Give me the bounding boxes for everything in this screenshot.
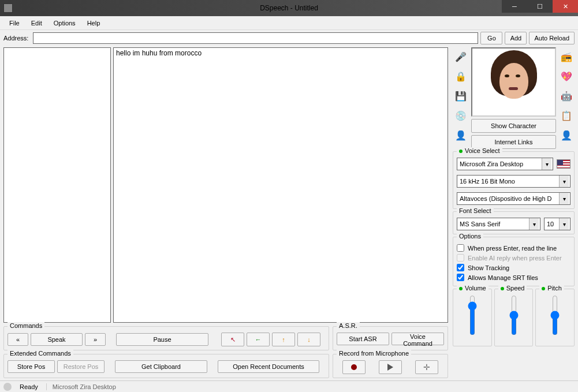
menu-bar: File Edit Options Help — [0, 16, 578, 30]
menu-file[interactable]: File — [3, 18, 25, 28]
show-character-button[interactable]: Show Character — [471, 119, 556, 133]
arrow-down-icon: ↓ — [307, 336, 311, 343]
volume-slider[interactable] — [467, 295, 478, 335]
format-select[interactable]: 16 kHz 16 Bit Mono — [457, 175, 570, 188]
voice-select[interactable]: Microsoft Zira Desktop — [457, 158, 553, 170]
arrow-upleft-button[interactable]: ↖ — [221, 333, 244, 346]
font-size-select[interactable]: 10 — [544, 218, 570, 230]
status-voice: Microsoft Zira Desktop — [46, 383, 116, 390]
pitch-legend: Pitch — [539, 285, 564, 292]
arrow-down-button[interactable]: ↓ — [297, 333, 320, 346]
menu-edit[interactable]: Edit — [25, 18, 48, 28]
arrow-up-icon: ↑ — [282, 336, 285, 343]
restore-pos-button: Restore Pos — [57, 360, 105, 373]
option-enter-read-checkbox[interactable] — [457, 244, 464, 252]
close-button[interactable]: ✕ — [553, 0, 578, 13]
get-clipboard-button[interactable]: Get Clipboard — [115, 360, 207, 373]
record-button[interactable] — [342, 360, 366, 374]
font-select-legend: Font Select — [457, 207, 494, 214]
status-ready: Ready — [20, 383, 38, 390]
speak-button[interactable]: Speak — [31, 333, 83, 346]
arrow-up-button[interactable]: ↑ — [272, 333, 295, 346]
record-legend: Record from Microphone — [337, 350, 411, 357]
device-select[interactable]: Altavoces (Dispositivo de High D — [457, 192, 570, 205]
prev-button[interactable]: « — [8, 333, 28, 346]
extended-commands-legend: Extended Commands — [8, 350, 73, 357]
option-show-tracking[interactable]: Show Tracking — [457, 263, 570, 272]
radio-icon[interactable]: 📻 — [560, 50, 573, 64]
auto-reload-button[interactable]: Auto Reload — [529, 32, 575, 44]
pause-button[interactable]: Pause — [116, 333, 208, 346]
voice-select-legend: Voice Select — [457, 147, 502, 154]
option-enter-read[interactable]: When press Enter, read the line — [457, 243, 570, 253]
tree-pane[interactable] — [3, 47, 111, 323]
open-recent-button[interactable]: Open Recent Documents — [218, 360, 319, 373]
next-button[interactable]: » — [85, 333, 106, 346]
address-label: Address: — [3, 35, 28, 42]
robot-icon[interactable]: 🤖 — [560, 89, 573, 103]
options-legend: Options — [457, 233, 483, 240]
arrow-left-icon: ← — [255, 336, 262, 343]
flag-us-icon — [557, 159, 570, 169]
pitch-slider[interactable] — [549, 295, 561, 335]
record-add-button[interactable]: ✛ — [415, 360, 438, 374]
start-asr-button[interactable]: Start ASR — [337, 333, 389, 345]
save-disk-icon[interactable]: 💾 — [454, 89, 468, 103]
plus-icon: ✛ — [423, 363, 430, 372]
avatar2-icon[interactable]: 👤 — [560, 128, 573, 142]
option-ai-reply-checkbox — [457, 254, 464, 262]
option-ai-reply: Enable AI reply when press Enter — [457, 253, 570, 263]
option-manage-srt[interactable]: Allows Manage SRT files — [457, 272, 570, 282]
text-editor[interactable]: hello im huhu from morocco — [113, 47, 448, 323]
title-bar: DSpeech - Untitled ─ ☐ ✕ — [0, 0, 578, 16]
voice-command-button[interactable]: Voice Command — [391, 333, 444, 345]
speed-slider[interactable] — [508, 295, 520, 335]
add-button[interactable]: Add — [505, 32, 527, 44]
play-button[interactable] — [379, 360, 402, 374]
app-icon — [3, 3, 13, 13]
asr-legend: A.S.R. — [337, 322, 360, 329]
window-title: DSpeech - Untitled — [0, 4, 578, 12]
clipboard-icon[interactable]: 📋 — [560, 109, 573, 122]
record-icon — [351, 364, 357, 370]
microphone-icon[interactable]: 🎤 — [454, 50, 468, 64]
avatar1-icon[interactable]: 👤 — [454, 128, 468, 142]
font-select[interactable]: MS Sans Serif — [457, 218, 540, 230]
status-icon — [3, 383, 12, 391]
play-icon — [387, 364, 393, 371]
address-input[interactable] — [33, 32, 478, 44]
volume-legend: Volume — [457, 285, 488, 292]
minimize-button[interactable]: ─ — [502, 0, 527, 13]
speed-legend: Speed — [498, 285, 527, 292]
heart-icon[interactable]: 💖 — [560, 69, 573, 83]
go-button[interactable]: Go — [480, 32, 502, 44]
arrow-left-button[interactable]: ← — [247, 333, 270, 346]
menu-help[interactable]: Help — [81, 18, 106, 28]
menu-options[interactable]: Options — [48, 18, 81, 28]
lock-icon[interactable]: 🔒 — [454, 69, 468, 83]
maximize-button[interactable]: ☐ — [527, 0, 553, 13]
arrow-upleft-icon: ↖ — [230, 336, 236, 344]
store-pos-button[interactable]: Store Pos — [8, 360, 55, 373]
commands-legend: Commands — [8, 322, 44, 329]
status-bar: Ready Microsoft Zira Desktop — [0, 380, 578, 392]
cd-icon[interactable]: 💿 — [454, 109, 468, 122]
option-show-tracking-checkbox[interactable] — [457, 264, 464, 271]
address-row: Address: Go Add Auto Reload — [0, 30, 578, 46]
character-picture — [471, 47, 556, 117]
option-manage-srt-checkbox[interactable] — [457, 274, 464, 281]
